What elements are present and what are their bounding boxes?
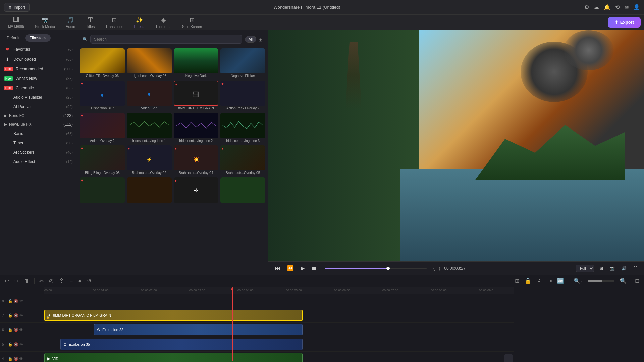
tl-extra-2[interactable]: 🔒 [523,277,533,285]
profile-icon[interactable]: 👤 [633,4,640,10]
sidebar-item-audio-visualizer[interactable]: Audio Visualizer (25) [0,93,77,102]
zoom-in-button[interactable]: 🔍+ [619,277,631,285]
visibility-icon[interactable]: 👁 [19,313,23,318]
tab-transitions[interactable]: ⊡ Transitions [101,15,128,30]
undo-icon[interactable]: ⟲ [615,4,620,10]
effect-unknown-c[interactable]: ♥ ✛ [174,177,219,204]
effect-8mm-dirt[interactable]: ♥ 🎞 8MM DIRT...ILM GRAIN [174,81,219,111]
search-input[interactable] [90,35,242,44]
record-button[interactable]: ● [77,277,83,285]
sidebar-item-whats-new[interactable]: New What's New (88) [0,74,77,83]
screenshot-button[interactable]: 📷 [608,265,616,272]
sidebar-item-basic[interactable]: Basic (68) [0,129,77,138]
effect-glitter-06[interactable]: Glitter Eff...Overlay 06 [80,48,125,79]
effect-iridescent-2[interactable]: Iridescent...ving Line 2 [174,113,219,143]
preview-crop-button[interactable]: ⊞ [598,265,604,272]
effect-negative-dark[interactable]: Negative Dark [174,48,219,79]
effect-negative-flicker[interactable]: Negative Flicker [220,48,265,79]
zoom-out-button[interactable]: 🔍- [572,277,583,285]
clip-explosion-35-track5[interactable]: ⊙ Explosion 35 [60,339,303,350]
fit-button[interactable]: ⊡ [634,277,641,285]
lock-icon[interactable]: 🔒 [8,357,13,361]
tab-elements[interactable]: ◈ Elements [151,15,176,30]
effect-brahmastr-05[interactable]: ♥ Brahmastr...Overlay 05 [220,145,265,175]
undo-button[interactable]: ↩ [3,277,10,285]
effect-video-seg[interactable]: 👤 Video_Seg [127,81,172,111]
effect-brahmastr-04[interactable]: ♥ 💥 Brahmastr...Overlay 04 [174,145,219,175]
visibility-icon[interactable]: 👁 [19,328,23,332]
rotate-button[interactable]: ↺ [86,277,93,285]
effect-unknown-a[interactable]: ♥ [80,177,125,204]
volume-button[interactable]: 🔊 [620,265,628,272]
sidebar-item-downloaded[interactable]: ⬇ Downloaded (65) [0,54,77,64]
crop-button[interactable]: ◎ [48,277,55,285]
skip-back-button[interactable]: ⏮ [274,264,282,273]
effect-bling-05[interactable]: ♥ Bling Bling...Overlay 05 [80,145,125,175]
step-back-button[interactable]: ⏪ [286,264,295,273]
sidebar-tab-default[interactable]: Default [3,34,23,42]
sidebar-item-audio-effect[interactable]: Audio Effect (12) [0,157,77,166]
tl-extra-4[interactable]: ⇥ [546,277,553,285]
sidebar-tab-filmstock[interactable]: Filmstock [25,34,51,42]
mute-audio-icon[interactable]: 🔇 [14,328,18,332]
lock-icon[interactable]: 🔒 [8,328,13,332]
delete-button[interactable]: 🗑 [23,277,31,285]
mute-audio-icon[interactable]: 🔇 [14,313,18,318]
tab-my-media[interactable]: 🎞 My Media [3,15,29,30]
tab-stock-media[interactable]: 📷 Stock Media [30,15,60,30]
grid-view-icon[interactable]: ⊞ [258,36,263,43]
effect-unknown-b[interactable] [127,177,172,204]
lock-icon[interactable]: 🔒 [8,313,13,318]
sidebar-item-newblue-fx[interactable]: ▶ NewBlue FX (112) [0,120,77,129]
stop-button[interactable]: ⏹ [310,264,318,273]
notification-icon[interactable]: 🔔 [604,4,610,10]
clip-explosion-22[interactable]: ⊙ Explosion 22 [94,324,303,335]
sidebar-item-ai-portrait[interactable]: AI Portrait (92) [0,102,77,111]
mute-audio-icon[interactable]: 🔇 [14,342,18,347]
mail-icon[interactable]: ✉ [624,4,629,10]
cloud-icon[interactable]: ☁ [594,4,599,10]
effect-iridescent-3[interactable]: Iridescent...ving Line 3 [220,113,265,143]
tab-split-screen[interactable]: ⊞ Split Screen [177,15,207,30]
visibility-icon[interactable]: 👁 [19,299,23,303]
visibility-icon[interactable]: 👁 [19,357,23,361]
zoom-slider[interactable] [588,280,614,282]
tl-extra-3[interactable]: 🎙 [535,277,543,285]
tab-titles[interactable]: T Titles [81,15,99,30]
sidebar-item-favorites[interactable]: ❤ Favorites (0) [0,44,77,54]
fullscreen-button[interactable]: ⛶ [632,265,639,272]
tab-effects[interactable]: ✨ Effects [129,15,150,30]
lock-icon[interactable]: 🔒 [8,299,13,303]
tl-extra-5[interactable]: 🔤 [556,277,565,285]
effect-dispersion-blur[interactable]: ♥ 👤 Dispersion Blur [80,81,125,111]
clip-8mm-grain[interactable]: ✦ 8MM DIRT ORGANIC FILM GRAIN 🔒 [44,310,303,321]
effect-iridescent-1[interactable]: Iridescent...ving Line 1 [127,113,172,143]
import-button[interactable]: ⬆ Import [4,3,30,12]
sidebar-item-timer[interactable]: Timer (50) [0,138,77,148]
clip-vid[interactable]: ▶ VID [44,353,303,362]
sidebar-item-cinematic[interactable]: HOT Cinematic (63) [0,83,77,93]
split-button[interactable]: ≡ [68,277,74,285]
settings-icon[interactable]: ⚙ [584,4,589,10]
filter-all[interactable]: All [245,36,256,43]
redo-button[interactable]: ↪ [13,277,20,285]
mute-audio-icon[interactable]: 🔇 [14,299,18,303]
cut-button[interactable]: ✂ [38,277,45,285]
sidebar-item-recommended[interactable]: HOT Recommended (500) [0,64,77,74]
effect-unknown-d[interactable] [220,177,265,204]
play-button[interactable]: ▶ [299,264,306,273]
sidebar-item-boris-fx[interactable]: ▶ Boris FX (123) [0,111,77,120]
visibility-icon[interactable]: 👁 [19,342,23,347]
tl-extra-1[interactable]: ⊞ [514,277,521,285]
effect-anime-overlay-2[interactable]: ♥ Anime Overlay 2 [80,113,125,143]
mute-audio-icon[interactable]: 🔇 [14,357,18,361]
quality-select[interactable]: Full 1/2 1/4 [576,265,594,272]
export-button[interactable]: ⬆ Export [608,17,641,28]
effect-light-leak-08[interactable]: Light Leak...Overlay 08 [127,48,172,79]
effect-brahmastr-02[interactable]: ♥ ⚡ Brahmastr...Overlay 02 [127,145,172,175]
speed-button[interactable]: ⏱ [58,277,66,285]
effect-action-pack-2[interactable]: ♥ Action Pack Overlay 2 [220,81,265,111]
sidebar-item-ar-stickers[interactable]: AR Stickers (40) [0,148,77,157]
lock-icon[interactable]: 🔒 [8,342,13,347]
progress-bar[interactable] [325,268,427,269]
